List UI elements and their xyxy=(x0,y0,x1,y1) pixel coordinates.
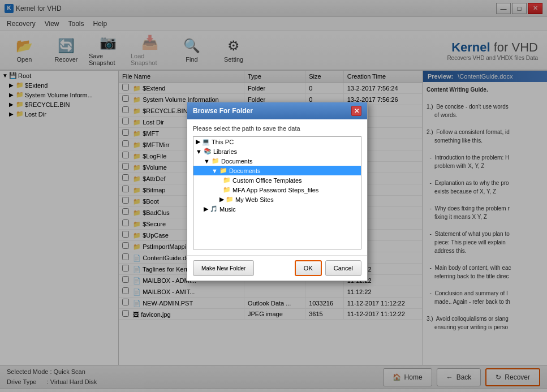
tv-custom-office[interactable]: 📁 Custom Office Templates xyxy=(193,175,361,185)
music-icon: 🎵 xyxy=(210,205,218,213)
tv-mfa-app[interactable]: 📁 MFA App Password Steps_files xyxy=(193,185,361,195)
folder-tree[interactable]: ▶ 💻 This PC ▼ 📚 Libraries ▼ 📁 Documents … xyxy=(193,136,361,249)
documents-parent-label: Documents xyxy=(221,158,253,165)
libraries-label: Libraries xyxy=(213,148,237,155)
expand-icon: ▼ xyxy=(204,158,210,165)
my-web-sites-icon: 📁 xyxy=(226,196,234,203)
tv-my-web-sites[interactable]: ▶ 📁 My Web Sites xyxy=(193,195,361,204)
dialog-close-button[interactable]: ✕ xyxy=(351,106,361,116)
expand-icon: ▶ xyxy=(204,205,208,213)
dialog-prompt: Please select the path to save the data xyxy=(193,125,361,132)
expand-icon xyxy=(219,177,221,184)
tv-music[interactable]: ▶ 🎵 Music xyxy=(193,204,361,214)
expand-icon: ▼ xyxy=(212,167,218,174)
tv-this-pc[interactable]: ▶ 💻 This PC xyxy=(193,137,361,147)
expand-icon: ▶ xyxy=(196,138,200,145)
this-pc-label: This PC xyxy=(212,139,234,145)
ok-button[interactable]: OK xyxy=(295,260,322,276)
browse-dialog: Browse For Folder ✕ Please select the pa… xyxy=(187,102,368,281)
my-web-sites-label: My Web Sites xyxy=(235,196,274,203)
music-label: Music xyxy=(219,206,236,213)
expand-icon xyxy=(219,187,221,193)
custom-office-label: Custom Office Templates xyxy=(232,177,302,184)
documents-selected-label: Documents xyxy=(229,167,261,174)
mfa-icon: 📁 xyxy=(223,186,231,193)
cancel-button[interactable]: Cancel xyxy=(325,260,361,276)
dialog-title-bar: Browse For Folder ✕ xyxy=(187,102,367,119)
this-pc-icon: 💻 xyxy=(202,138,210,145)
libraries-icon: 📚 xyxy=(204,148,212,155)
dialog-overlay: Browse For Folder ✕ Please select the pa… xyxy=(0,0,547,392)
expand-icon: ▼ xyxy=(196,148,202,155)
dialog-body: Please select the path to save the data … xyxy=(187,119,367,255)
tv-libraries[interactable]: ▼ 📚 Libraries xyxy=(193,147,361,156)
documents-icon: 📁 xyxy=(212,157,219,165)
tv-documents-parent[interactable]: ▼ 📁 Documents xyxy=(193,156,361,166)
dialog-title: Browse For Folder xyxy=(193,107,253,115)
custom-office-icon: 📁 xyxy=(223,176,231,184)
new-folder-button[interactable]: Make New Folder xyxy=(193,260,254,276)
dialog-footer: Make New Folder OK Cancel xyxy=(187,255,367,281)
expand-icon: ▶ xyxy=(219,196,224,203)
mfa-label: MFA App Password Steps_files xyxy=(232,187,318,193)
tv-documents-selected[interactable]: ▼ 📁 Documents xyxy=(193,166,361,175)
documents-selected-icon: 📁 xyxy=(219,167,227,174)
